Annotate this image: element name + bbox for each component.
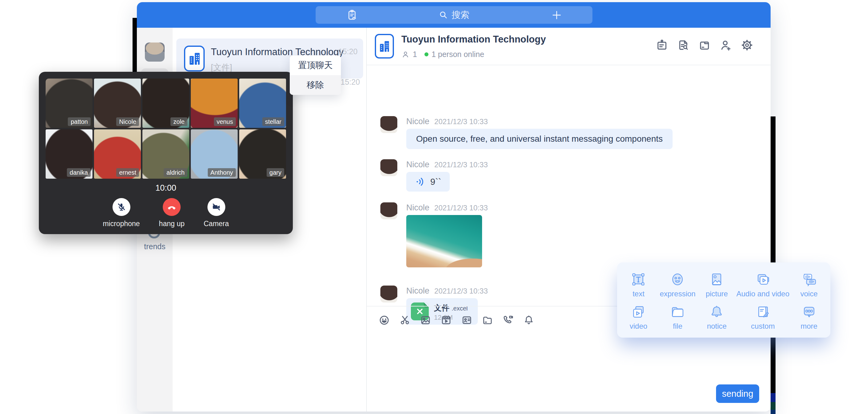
user-avatar[interactable] (145, 42, 164, 62)
conversation-preview: [文件] (211, 62, 232, 73)
search-bar[interactable]: 搜索 (316, 6, 592, 24)
id-card-icon[interactable] (461, 315, 472, 326)
online-status: 1 person online (432, 50, 484, 59)
video-grid: patton Nicole zole venus stellar danika … (45, 78, 286, 179)
message-timestamp: 2021/12/3 10:33 (434, 160, 488, 169)
clipboard-phone-icon[interactable] (346, 9, 358, 21)
user-plus-icon[interactable] (719, 39, 732, 52)
sender-avatar[interactable] (380, 286, 397, 302)
a-voice-icon (801, 272, 817, 287)
participant-name: Anthony (208, 168, 236, 177)
message-timestamp: 2021/12/3 10:33 (434, 287, 488, 295)
mic-off-button[interactable] (113, 198, 130, 216)
member-count: 1 (413, 50, 417, 59)
a-av-icon (755, 272, 771, 287)
attach-custom[interactable]: custom (736, 301, 789, 333)
chat-area: Tuoyun Information Technology 1 1 person… (367, 28, 771, 412)
attach-voice[interactable]: voice (789, 268, 829, 301)
participant-name: ernest (116, 168, 139, 177)
hang-up-icon (167, 202, 177, 212)
clapper-icon[interactable] (440, 315, 452, 326)
online-dot (425, 52, 429, 56)
emoji-icon[interactable] (378, 315, 390, 326)
a-file-icon (670, 304, 685, 319)
video-call-panel: patton Nicole zole venus stellar danika … (39, 72, 293, 234)
video-tile[interactable]: Nicole (94, 78, 141, 128)
cam-off-icon (212, 202, 221, 212)
building-icon (188, 51, 201, 66)
video-tile[interactable]: ernest (94, 129, 141, 179)
file-icon[interactable] (698, 39, 711, 52)
mic-off-icon (117, 202, 126, 212)
search-placeholder: 搜索 (452, 9, 469, 21)
chat-header: Tuoyun Information Technology 1 1 person… (367, 28, 771, 65)
voice-message-bubble[interactable]: 9`` (406, 172, 450, 192)
call-duration: 10:00 (39, 183, 293, 193)
attach-text[interactable]: text (619, 268, 658, 301)
cam-off-button[interactable] (208, 198, 225, 216)
search-input[interactable]: 搜索 (439, 9, 469, 21)
video-tile[interactable]: patton (45, 78, 92, 128)
menu-item-remove[interactable]: 移除 (290, 75, 341, 95)
attachment-panel: text expression picture Audio and video … (617, 262, 830, 338)
video-tile[interactable]: aldrich (143, 129, 189, 179)
bell-icon[interactable] (523, 315, 534, 326)
attach-expression[interactable]: expression (658, 268, 697, 301)
menu-item-pin-chat[interactable]: 置顶聊天 (290, 56, 341, 75)
call-controls: microphone hang up Camera (39, 198, 293, 228)
board-icon[interactable] (656, 39, 668, 52)
send-button[interactable]: sending (716, 384, 759, 403)
scissors-icon[interactable] (399, 315, 410, 326)
phone-video-icon[interactable] (502, 315, 514, 326)
video-tile[interactable]: danika (45, 129, 92, 179)
trends-label[interactable]: trends (137, 242, 173, 251)
participant-name: stellar (262, 117, 284, 126)
a-video-icon (631, 304, 646, 319)
doc-search-icon[interactable] (677, 39, 689, 52)
group-avatar (375, 34, 394, 59)
plus-icon[interactable] (551, 9, 562, 21)
attach-video[interactable]: video (619, 301, 658, 333)
building-icon (379, 39, 390, 53)
context-menu: 置顶聊天 移除 (290, 56, 341, 95)
attach-audio-and-video[interactable]: Audio and video (736, 268, 789, 301)
participant-name: danika (67, 168, 91, 177)
a-notice-icon (709, 304, 724, 319)
attach-file[interactable]: file (658, 301, 697, 333)
video-tile[interactable]: zole (143, 78, 189, 128)
search-icon (439, 10, 448, 20)
video-tile[interactable]: Anthony (191, 129, 238, 179)
hang-up-button[interactable] (163, 198, 181, 216)
video-tile[interactable]: venus (191, 78, 238, 128)
attach-picture[interactable]: picture (697, 268, 736, 301)
sender-name: Nicole (406, 286, 429, 296)
a-expression-icon (670, 272, 685, 287)
attach-notice[interactable]: notice (697, 301, 736, 333)
folder-icon[interactable] (482, 315, 493, 326)
message-timestamp: 2021/12/3 10:33 (434, 117, 488, 126)
a-custom-icon (755, 304, 771, 319)
sender-name: Nicole (406, 160, 429, 169)
chat-title: Tuoyun Information Technology (401, 34, 546, 45)
gear-icon[interactable] (741, 39, 753, 52)
sender-name: Nicole (406, 203, 429, 213)
sender-avatar[interactable] (380, 116, 397, 133)
participant-name: zole (170, 117, 187, 126)
member-icon (401, 50, 410, 59)
participant-name: Nicole (116, 117, 139, 126)
voice-wave-icon (415, 177, 425, 187)
participant-name: venus (214, 117, 236, 126)
image-icon[interactable] (420, 315, 431, 326)
video-tile[interactable]: gary (239, 129, 286, 179)
sender-name: Nicole (406, 117, 429, 126)
participant-name: gary (267, 168, 284, 177)
image-message[interactable] (406, 215, 482, 267)
sender-avatar[interactable] (380, 159, 397, 176)
participant-name: aldrich (164, 168, 187, 177)
a-picture-icon (709, 272, 724, 287)
video-tile[interactable]: stellar (239, 78, 286, 128)
group-avatar (184, 45, 205, 71)
conversation-time-2: 15:20 (341, 77, 360, 87)
sender-avatar[interactable] (380, 202, 397, 219)
attach-more[interactable]: more (789, 301, 829, 333)
